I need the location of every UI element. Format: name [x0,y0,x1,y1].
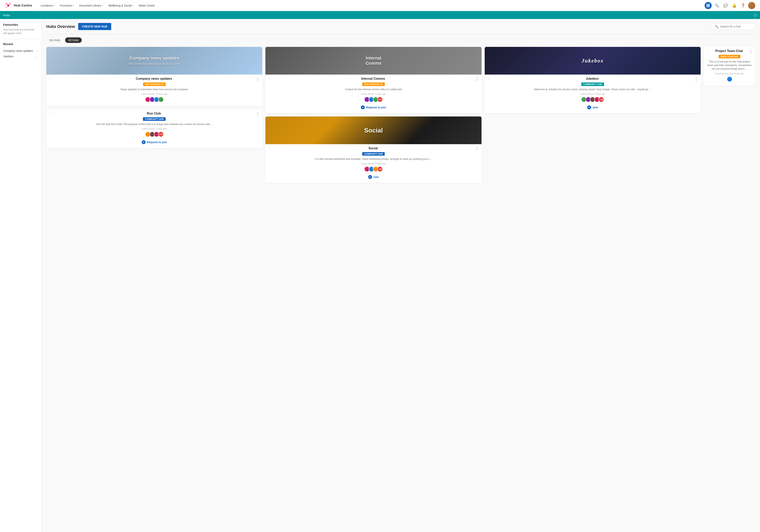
hub-card-image-company-news: Company news updatesTell us what has bee… [46,47,262,74]
search-hub-input[interactable] [720,25,752,28]
hub-card-menu-icon[interactable]: ⋮ [475,77,479,81]
notifications-button[interactable]: 🔔 [731,2,738,9]
favourites-subtitle: Any hubs that you favourite will appear … [3,28,38,35]
hub-card-menu-icon[interactable]: ⋮ [749,49,752,54]
favourite-star-icon[interactable]: ☆ [268,77,271,81]
hub-card-image-title: InternalComms [363,53,384,68]
request-to-join-button-internal-comms[interactable]: + Request to join [268,104,479,111]
search-button[interactable]: 🔍 [713,2,720,9]
hub-card-menu-icon[interactable]: ⋮ [256,112,260,116]
recent-item-jukebox[interactable]: Jukebox ☆ [3,54,38,59]
nav-item-document-library[interactable]: Document Library ▾ [77,2,105,9]
nav-item-functions[interactable]: Functions ▾ [58,2,76,9]
favourite-star-icon[interactable]: ☆ [49,77,52,81]
hub-card-avatars: +14 [49,132,260,137]
hub-card-body-jukebox: ☆ Jukebox ⋮ COMMUNITY HUB Welcome to Juk… [485,74,701,113]
hub-card-avatars [707,76,752,82]
content-area: Hubs Overview CREATE NEW HUB 🔍 My Hubs A… [42,19,760,532]
user-avatar-button[interactable] [748,2,755,9]
hub-card-desc: Keep updated on important news from acro… [49,88,260,91]
help-button[interactable]: ❓ [739,2,746,9]
hub-card-activity: Latest activity: 10 days ago [49,93,260,95]
recent-title: Recent [3,42,38,46]
hub-card-avatars: +18 [268,166,479,172]
chat-button[interactable]: 💬 [722,2,729,9]
hub-card-activity: Latest activity: one month ago [707,72,752,75]
nav-item-locations[interactable]: Locations ▾ [38,2,57,9]
star-icon[interactable]: ☆ [36,55,38,58]
hub-card-title: Jukebox [490,77,694,80]
hub-tabs: My Hubs All Hubs [46,37,755,43]
hub-centre-logo-icon [5,2,12,9]
hub-card-avatars: +19 [488,97,698,102]
star-icon[interactable]: ☆ [36,49,38,52]
hub-badge-run-club: COMMUNITY HUB [143,117,166,121]
hubs-banner: Hubs ⬡ [0,11,760,19]
nav-links: Locations ▾ Functions ▾ Document Library… [38,2,705,9]
hub-card-desc: This is a hub just for the Oak project t… [707,60,752,71]
logo-area[interactable]: Hub Centre [5,2,32,9]
share-icon[interactable]: ⬡ [754,13,757,17]
hub-card-top-row: ☆ Internal Comms ⋮ [268,77,479,81]
hub-card-menu-icon[interactable]: ⋮ [694,77,698,81]
hub-card-body-run-club: ☆ Run Club ⋮ COMMUNITY HUB Join the Oak … [46,110,262,148]
logo-text: Hub Centre [14,4,32,8]
hub-card-title: Run Club [52,112,256,115]
hub-card-image-jukebox: Jukebox [485,47,701,74]
hub-card-title: Internal Comms [271,77,475,80]
hub-card-activity: Latest activity: 8 days ago [268,162,479,165]
svg-rect-8 [708,4,709,5]
search-icon: 🔍 [715,3,719,8]
request-to-join-button-run-club[interactable]: + Request to join [49,139,260,146]
hub-card-project-team-chat: ☆ Project Team Chat ⋮ HAVE YOUR SAY This… [704,47,755,86]
favourite-star-icon[interactable]: ☆ [268,147,271,150]
user-avatar [748,2,755,9]
hub-card-image-title: Jukebox [579,55,606,66]
recent-item-company-news[interactable]: Company news updates ☆ [3,48,38,54]
join-button-jukebox[interactable]: + Join [488,104,698,111]
avatar-count-badge: +14 [158,132,164,137]
hub-card-body-company-news: ☆ Company news updates ⋮ OAK ENGAGE UK K… [46,74,262,106]
chat-icon: 💬 [723,3,728,8]
hub-card-title: Project Team Chat [709,49,749,53]
hub-badge-project-team-chat: HAVE YOUR SAY [719,55,740,58]
hub-card-desc: Join the Oak Run Club! The purpose of th… [49,122,260,126]
join-icon: + [587,106,591,110]
column-1: Company news updatesTell us what has bee… [46,47,262,148]
chevron-down-icon: ▾ [132,4,133,7]
hub-card-body-internal-comms: ☆ Internal Comms ⋮ OAK ENGAGE UK A place… [265,74,481,113]
hub-card-image-title: Social [362,124,385,136]
apps-button[interactable] [705,2,712,9]
hub-card-image-internal-comms: InternalComms [265,47,481,74]
tab-all-hubs[interactable]: All Hubs [65,37,82,43]
sidebar: Favourites Any hubs that you favourite w… [0,19,42,532]
recent-item-label: Company news updates [3,49,33,52]
hub-card-desc: Welcome to Jukebox for all your music sh… [488,88,698,91]
hubs-banner-title: Hubs [3,14,10,17]
svg-rect-13 [707,6,708,7]
favourite-star-icon[interactable]: ☆ [49,112,52,115]
create-hub-button[interactable]: CREATE NEW HUB [78,23,111,30]
hub-card-top-row: ☆ Run Club ⋮ [49,112,260,116]
chevron-down-icon: ▾ [102,4,103,7]
favourite-star-icon[interactable]: ☆ [488,77,490,81]
column-3: Jukebox ☆ Jukebox ⋮ COMMUNITY HUB Welcom… [485,47,701,113]
tab-my-hubs[interactable]: My Hubs [46,37,64,43]
join-button-social[interactable]: + Join [268,173,479,181]
hub-card-menu-icon[interactable]: ⋮ [256,77,260,81]
hub-card-activity: Latest activity: 8 days ago [49,128,260,130]
hub-card-body-project-team-chat: ☆ Project Team Chat ⋮ HAVE YOUR SAY This… [704,47,755,86]
hub-card-menu-icon[interactable]: ⋮ [475,147,479,151]
svg-rect-12 [709,5,710,6]
nav-item-wellbeing-social[interactable]: Wellbeing & Social ▾ [106,2,136,9]
avatar [158,97,164,102]
svg-rect-10 [707,5,708,6]
favourite-star-icon[interactable]: ☆ [707,49,709,53]
nav-item-news-centre[interactable]: News Centre [136,2,157,9]
hub-badge-jukebox: COMMUNITY HUB [581,82,604,86]
hub-card-avatars: +11 [268,97,479,102]
nav-actions: 🔍 💬 🔔 ❓ [705,2,755,9]
svg-rect-15 [709,6,710,7]
column-4: ☆ Project Team Chat ⋮ HAVE YOUR SAY This… [704,47,755,86]
hubs-grid: Company news updatesTell us what has bee… [46,47,755,183]
